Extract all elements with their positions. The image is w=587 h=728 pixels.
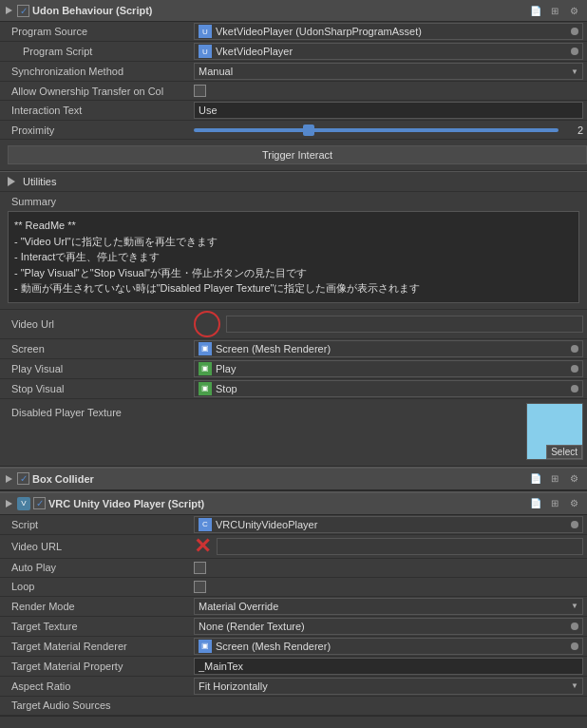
render-mode-dropdown[interactable]: Material Override ▼	[194, 598, 583, 615]
target-renderer-row: Target Material Renderer ▣ Screen (Mesh …	[0, 637, 587, 657]
summary-label: Summary	[4, 196, 583, 207]
udon-behaviour-section: Udon Behaviour (Script) 📄 ⊞ ⚙ Program So…	[0, 0, 587, 467]
box-fold-triangle[interactable]	[6, 475, 12, 483]
render-mode-label: Render Mode	[4, 601, 194, 612]
aspect-ratio-dropdown[interactable]: Fit Horizontally ▼	[194, 678, 583, 695]
fold-triangle[interactable]	[6, 7, 12, 14]
trigger-interact-button[interactable]: Trigger Interact	[8, 145, 587, 164]
summary-section: Summary ** ReadMe ** - "Video Url"に指定した動…	[0, 192, 587, 310]
box-menu-icon[interactable]: ⚙	[566, 471, 581, 487]
program-script-row: Program Script U VketVideoPlayer	[0, 42, 587, 62]
vrc-video-url-field[interactable]	[217, 538, 583, 555]
vrc-script-icon[interactable]: 📄	[528, 496, 543, 511]
summary-line3: - Interactで再生、停止できます	[14, 249, 573, 265]
auto-play-label: Auto Play	[4, 562, 194, 573]
udon-header-title: Udon Behaviour (Script)	[32, 5, 524, 16]
vrc-video-player-section: V VRC Unity Video Player (Script) 📄 ⊞ ⚙ …	[0, 491, 587, 717]
texture-preview: Select	[526, 403, 583, 460]
loop-label: Loop	[4, 581, 194, 592]
box-enabled-checkbox[interactable]	[17, 472, 29, 485]
video-url-circle	[194, 311, 220, 337]
sync-method-row: Synchronization Method Manual ▼	[0, 62, 587, 82]
video-url-label: Video Url	[4, 318, 194, 330]
target-texture-field[interactable]: None (Render Texture)	[194, 618, 583, 635]
play-visual-row: Play Visual ▣ Play	[0, 359, 587, 379]
audio-sources-row: Target Audio Sources	[0, 697, 587, 716]
vrc-script-dot[interactable]	[571, 521, 578, 528]
vrc-enabled-checkbox[interactable]	[33, 497, 46, 509]
script-icon[interactable]: 📄	[528, 3, 543, 18]
target-renderer-dot[interactable]	[571, 642, 578, 650]
box-script-icon[interactable]: 📄	[528, 471, 543, 487]
interaction-text-input[interactable]	[194, 102, 583, 119]
summary-line1: ** ReadMe **	[14, 218, 573, 234]
target-texture-label: Target Texture	[4, 621, 194, 632]
texture-preview-wrapper: Select	[194, 403, 583, 460]
utilities-triangle	[8, 177, 15, 186]
render-mode-arrow: ▼	[571, 602, 578, 610]
vrc-header-icons: 📄 ⊞ ⚙	[528, 496, 581, 511]
allow-ownership-label: Allow Ownership Transfer on Col	[4, 86, 194, 97]
allow-ownership-checkbox[interactable]	[194, 85, 206, 97]
vrc-video-url-wrapper: ✕	[194, 536, 583, 557]
aspect-ratio-label: Aspect Ratio	[4, 680, 194, 692]
expand-icon[interactable]: ⊞	[547, 3, 562, 18]
target-property-label: Target Material Property	[4, 661, 194, 672]
sync-method-arrow: ▼	[571, 67, 578, 76]
vrc-component-icon: V	[17, 497, 30, 510]
udon-behaviour-header[interactable]: Udon Behaviour (Script) 📄 ⊞ ⚙	[0, 0, 587, 22]
vrc-fold-triangle[interactable]	[6, 500, 12, 508]
vrc-expand-icon[interactable]: ⊞	[547, 496, 562, 511]
vrc-video-player-title: VRC Unity Video Player (Script)	[48, 498, 524, 509]
screen-field[interactable]: ▣ Screen (Mesh Renderer)	[194, 340, 583, 357]
program-source-dot[interactable]	[571, 28, 578, 35]
play-visual-field[interactable]: ▣ Play	[194, 360, 583, 377]
screen-label: Screen	[4, 343, 194, 354]
video-url-field[interactable]	[226, 316, 583, 333]
box-header-icons: 📄 ⊞ ⚙	[528, 471, 581, 487]
auto-play-row: Auto Play	[0, 559, 587, 578]
vrc-video-url-label: Video URL	[4, 541, 194, 552]
play-visual-label: Play Visual	[4, 363, 194, 374]
vrc-menu-icon[interactable]: ⚙	[566, 496, 581, 511]
vrc-script-label: Script	[4, 519, 194, 530]
target-property-input[interactable]	[194, 658, 583, 675]
audio-sources-label: Target Audio Sources	[4, 699, 194, 711]
stop-visual-dot[interactable]	[571, 385, 578, 393]
vrc-script-field[interactable]: C VRCUnityVideoPlayer	[194, 516, 583, 533]
program-script-label: Program Script	[4, 46, 194, 57]
loop-checkbox[interactable]	[194, 581, 206, 593]
enabled-checkbox[interactable]	[17, 5, 29, 17]
select-button[interactable]: Select	[546, 445, 582, 459]
program-script-icon: U	[199, 45, 212, 58]
utilities-section[interactable]: Utilities	[0, 171, 587, 192]
program-script-field[interactable]: U VketVideoPlayer	[194, 43, 583, 60]
play-visual-dot[interactable]	[571, 365, 578, 373]
target-renderer-field[interactable]: ▣ Screen (Mesh Renderer)	[194, 638, 583, 655]
program-script-dot[interactable]	[571, 48, 578, 55]
vrc-video-player-header[interactable]: V VRC Unity Video Player (Script) 📄 ⊞ ⚙	[0, 493, 587, 515]
box-expand-icon[interactable]: ⊞	[547, 471, 562, 487]
aspect-ratio-arrow: ▼	[571, 681, 578, 690]
trigger-btn-container: Trigger Interact	[0, 140, 587, 171]
stop-visual-field[interactable]: ▣ Stop	[194, 380, 583, 397]
target-texture-dot[interactable]	[571, 623, 578, 630]
disabled-texture-row: Disabled Player Texture Select	[0, 399, 587, 466]
program-source-field[interactable]: U VketVideoPlayer (UdonSharpProgramAsset…	[194, 23, 583, 40]
disabled-texture-label: Disabled Player Texture	[4, 403, 194, 418]
proximity-slider[interactable]	[194, 128, 559, 132]
screen-row: Screen ▣ Screen (Mesh Renderer)	[0, 339, 587, 359]
auto-play-checkbox[interactable]	[194, 562, 206, 574]
screen-icon: ▣	[199, 342, 212, 355]
box-collider-title: Box Collider	[32, 473, 524, 485]
summary-box: ** ReadMe ** - "Video Url"に指定した動画を再生できます…	[8, 211, 579, 303]
menu-icon[interactable]: ⚙	[566, 3, 581, 18]
stop-visual-row: Stop Visual ▣ Stop	[0, 379, 587, 399]
sync-method-label: Synchronization Method	[4, 66, 194, 77]
screen-dot[interactable]	[571, 345, 578, 353]
stop-visual-icon: ▣	[199, 382, 212, 395]
summary-line2: - "Video Url"に指定した動画を再生できます	[14, 234, 573, 250]
program-source-row: Program Source U VketVideoPlayer (UdonSh…	[0, 22, 587, 42]
sync-method-dropdown[interactable]: Manual ▼	[194, 63, 583, 80]
box-collider-header[interactable]: Box Collider 📄 ⊞ ⚙	[0, 469, 587, 490]
